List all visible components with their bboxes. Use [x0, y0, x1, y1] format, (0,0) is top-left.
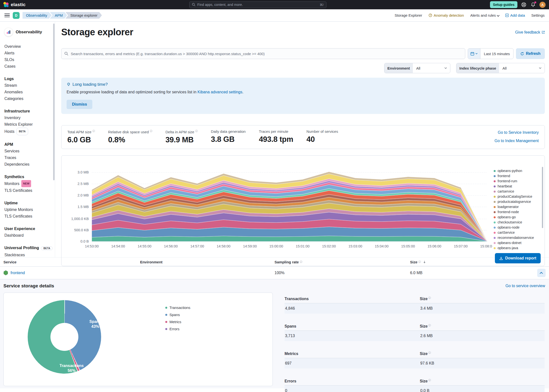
- alerts-and-rules-menu[interactable]: Alerts and rules: [470, 13, 499, 17]
- notification-dot: [534, 1, 536, 3]
- sidebar-item-services[interactable]: Services: [4, 148, 55, 154]
- donut-legend-item-metrics[interactable]: Metrics: [165, 320, 190, 324]
- legend-item-opbeans-dotnet[interactable]: opbeans-dotnet: [494, 240, 540, 245]
- storage-explorer-link[interactable]: Storage Explorer: [395, 13, 422, 17]
- sidebar-item-tls-certificates[interactable]: TLS Certificates: [4, 187, 55, 194]
- sidebar-group: OverviewAlertsSLOsCases: [4, 43, 55, 70]
- legend-item-opbeans-go[interactable]: opbeans-go: [494, 215, 540, 220]
- svg-text:15:08:00: 15:08:00: [480, 244, 492, 248]
- breadcrumb-observability[interactable]: Observability: [23, 12, 52, 19]
- main-content: Storage explorer Give feedback Search tr…: [55, 22, 549, 257]
- notifications-bell-icon[interactable]: [530, 2, 536, 8]
- sidebar-scrollbar[interactable]: [53, 24, 55, 180]
- kibana-advanced-settings-link[interactable]: Kibana advanced settings: [198, 90, 242, 94]
- sidebar-item-categories[interactable]: Categories: [4, 95, 55, 102]
- settings-link[interactable]: Settings: [531, 13, 545, 17]
- sidebar-item-stacktraces[interactable]: Stacktraces: [4, 252, 55, 257]
- legend-item-productCatalogService[interactable]: productCatalogService: [494, 194, 540, 199]
- legend-label: Errors: [169, 327, 179, 331]
- add-data-link[interactable]: Add data: [505, 13, 525, 17]
- long-loading-callout: Long loading time? Enable progressive lo…: [61, 78, 545, 114]
- sidebar-item-alerts[interactable]: Alerts: [4, 50, 55, 56]
- table-row-frontend[interactable]: frontend 100% 6.0 MB: [0, 267, 549, 279]
- legend-item-productcatalogservice[interactable]: productcatalogservice: [494, 199, 540, 204]
- cell-sampling-rate: 100%: [274, 271, 410, 275]
- sidebar-item-slos[interactable]: SLOs: [4, 56, 55, 63]
- deployment-badge[interactable]: D: [13, 12, 20, 19]
- time-range-value[interactable]: Last 15 minutes: [480, 52, 513, 56]
- legend-scrollbar[interactable]: [542, 167, 543, 228]
- sidebar-item-metrics-explorer[interactable]: Metrics Explorer: [4, 121, 55, 128]
- stat-value: 0.8%: [108, 135, 152, 144]
- donut-legend-item-errors[interactable]: Errors: [165, 327, 190, 331]
- go-to-service-overview-link[interactable]: Go to service overview: [505, 284, 545, 288]
- service-link-frontend[interactable]: frontend: [3, 270, 140, 275]
- donut-legend-item-transactions[interactable]: Transactions: [165, 306, 190, 310]
- go-to-index-management-link[interactable]: Go to Index Management: [494, 139, 539, 143]
- user-avatar[interactable]: A: [539, 2, 546, 8]
- ilm-filter-label: Index lifecycle phase: [456, 63, 499, 73]
- legend-item-frontend[interactable]: frontend: [494, 173, 540, 179]
- index-lifecycle-phase-filter[interactable]: Index lifecycle phase All: [456, 63, 545, 73]
- go-to-service-inventory-link[interactable]: Go to Service Inventory: [494, 130, 539, 135]
- metric-block-transactions: TransactionsSizeⓘ4,8463.4 MB: [285, 294, 545, 314]
- sidebar-item-monitors[interactable]: MonitorsNEW: [4, 180, 55, 187]
- give-feedback-link[interactable]: Give feedback: [515, 30, 545, 35]
- sidebar-item-uptime-monitors[interactable]: Uptime Monitors: [4, 206, 55, 213]
- svg-text:15:00:00: 15:00:00: [269, 244, 283, 248]
- donut-label-spans: Spans43%: [89, 319, 101, 329]
- stat-label: Relative disk space used ⓘ: [108, 129, 152, 134]
- legend-item-recommendationservice[interactable]: recommendationservice: [494, 235, 540, 240]
- sidebar-item-stream[interactable]: Stream: [4, 82, 55, 89]
- legend-item-cartservice[interactable]: cartservice: [494, 189, 540, 194]
- sidebar-item-traces[interactable]: Traces: [4, 154, 55, 161]
- legend-item-opbeans-python[interactable]: opbeans-python: [494, 168, 540, 173]
- svg-text:14:57:00: 14:57:00: [190, 244, 204, 248]
- sidebar-section-header: Infrastructure: [4, 108, 55, 114]
- sidebar-item-hosts[interactable]: HostsBETA: [4, 128, 55, 135]
- sidebar-item-inventory[interactable]: Inventory: [4, 114, 55, 121]
- sidebar-group: UptimeUptime MonitorsTLS Certificates: [4, 200, 55, 220]
- sidebar-item-cases[interactable]: Cases: [4, 63, 55, 70]
- legend-item-opbeans-ruby[interactable]: opbeans-ruby: [494, 251, 540, 252]
- legend-dot: [494, 232, 496, 234]
- stat-value: 3.8 GB: [211, 135, 246, 144]
- sidebar-item-dashboard[interactable]: Dashboard: [4, 232, 55, 239]
- sidebar-item-tls-certificates[interactable]: TLS Certificates: [4, 213, 55, 220]
- anomaly-detection-link[interactable]: Anomaly detection: [429, 13, 464, 17]
- legend-item-opbeans-node[interactable]: opbeans-node: [494, 225, 540, 230]
- download-report-button[interactable]: Download report: [495, 253, 541, 263]
- legend-item-checkoutservice[interactable]: checkoutservice: [494, 220, 540, 225]
- legend-item-opbeans-java[interactable]: opbeans-java: [494, 245, 540, 251]
- legend-item-cartService[interactable]: cartService: [494, 230, 540, 235]
- calendar-dropdown-button[interactable]: [468, 49, 480, 59]
- elastic-logo[interactable]: elastic: [3, 2, 26, 7]
- breadcrumb-apm[interactable]: APM: [50, 12, 67, 19]
- svg-text:15:06:00: 15:06:00: [428, 244, 441, 248]
- refresh-button[interactable]: Refresh: [516, 48, 545, 59]
- storage-timeseries-panel: 0.0 B500.0 KB1,000.0 KB1.5 MB2.0 MB2.5 M…: [61, 155, 545, 266]
- storage-area-chart[interactable]: 0.0 B500.0 KB1,000.0 KB1.5 MB2.0 MB2.5 M…: [64, 165, 492, 264]
- legend-item-loadgenerator[interactable]: loadgenerator: [494, 204, 540, 209]
- legend-label: opbeans-ruby: [498, 251, 519, 252]
- sidebar-item-dependencies[interactable]: Dependencies: [4, 161, 55, 168]
- transactions-search-input[interactable]: Search transactions, errors and metrics …: [61, 48, 465, 59]
- legend-item-frontend-node[interactable]: frontend-node: [494, 209, 540, 215]
- menu-hamburger-icon[interactable]: [4, 13, 10, 17]
- ilm-filter-value: All: [499, 63, 526, 73]
- legend-item-frontend-rum[interactable]: frontend-rum: [494, 179, 540, 184]
- callout-title: Long loading time?: [67, 82, 539, 87]
- donut-legend-item-spans[interactable]: Spans: [165, 313, 190, 317]
- details-title: Service storage details: [3, 283, 54, 289]
- setup-guides-button[interactable]: Setup guides: [490, 1, 517, 8]
- help-icon[interactable]: [521, 2, 527, 8]
- chevron-down-icon: [475, 52, 478, 55]
- dismiss-button[interactable]: Dismiss: [67, 100, 92, 109]
- collapse-row-button[interactable]: [537, 269, 546, 277]
- sidebar-item-overview[interactable]: Overview: [4, 43, 55, 50]
- environment-filter[interactable]: Environment All: [384, 63, 450, 73]
- global-search-input[interactable]: Find apps, content, and more. ⌘/: [189, 1, 326, 8]
- legend-item-heartbeat[interactable]: heartbeat: [494, 184, 540, 189]
- storage-donut-chart[interactable]: Spans43% Transactions56%: [28, 300, 101, 374]
- sidebar-item-anomalies[interactable]: Anomalies: [4, 89, 55, 95]
